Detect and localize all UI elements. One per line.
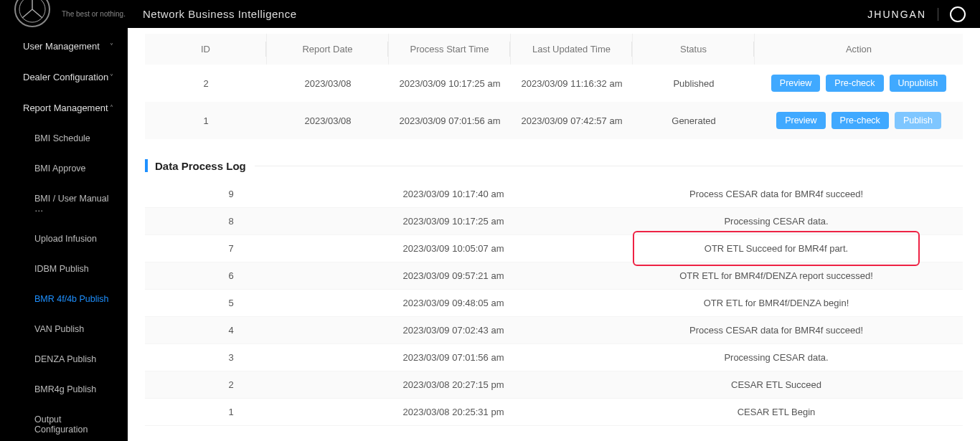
- chevron-down-icon: ˅: [110, 42, 113, 50]
- reports-table: IDReport DateProcess Start TimeLast Upda…: [145, 34, 963, 139]
- sidebar-subitem[interactable]: BMR 4f/4b Publish: [0, 284, 128, 314]
- cell-id: 1: [145, 102, 267, 139]
- log-row: 72023/03/09 10:05:07 amOTR ETL Succeed f…: [145, 235, 963, 262]
- log-time: 2023/03/09 07:02:43 am: [317, 317, 590, 343]
- chevron-down-icon: ˅: [110, 73, 113, 81]
- log-row: 22023/03/08 20:27:15 pmCESAR ETL Succeed: [145, 371, 963, 399]
- cell-date: 2023/03/08: [267, 65, 389, 102]
- unpublish-button[interactable]: Unpublish: [890, 75, 947, 92]
- log-time: 2023/03/09 09:57:21 am: [317, 262, 590, 289]
- log-message: CESAR ETL Succeed: [590, 371, 963, 398]
- sidebar-item-label: User Management: [23, 41, 100, 52]
- log-table: 92023/03/09 10:17:40 amProcess CESAR dat…: [145, 181, 963, 426]
- brand-logo: [14, 0, 50, 27]
- log-id: 8: [145, 208, 317, 234]
- table-column-header: Last Updated Time: [511, 34, 633, 65]
- cell-actions: PreviewPre-checkPublish: [755, 102, 963, 139]
- cell-start-time: 2023/03/09 10:17:25 am: [389, 65, 511, 102]
- sidebar-subitem[interactable]: BMR4g Publish: [0, 374, 128, 404]
- log-time: 2023/03/09 10:05:07 am: [317, 235, 590, 262]
- pre-check-button[interactable]: Pre-check: [826, 75, 883, 92]
- log-row: 52023/03/09 09:48:05 amOTR ETL for BMR4f…: [145, 290, 963, 317]
- user-avatar-icon[interactable]: [950, 6, 966, 22]
- log-id: 5: [145, 290, 317, 316]
- section-rule: [255, 166, 963, 166]
- log-row: 62023/03/09 09:57:21 amOTR ETL for BMR4f…: [145, 262, 963, 290]
- table-column-header: Report Date: [267, 34, 389, 65]
- sidebar: User Management˅Dealer Configuration˅Rep…: [0, 28, 128, 441]
- log-row: 82023/03/09 10:17:25 amProcessing CESAR …: [145, 208, 963, 235]
- cell-id: 2: [145, 65, 267, 102]
- log-section-header: Data Process Log: [145, 159, 963, 172]
- cell-date: 2023/03/08: [267, 102, 389, 139]
- log-message: CESAR ETL Begin: [590, 399, 963, 425]
- pre-check-button[interactable]: Pre-check: [831, 112, 889, 129]
- log-message: OTR ETL for BMR4f/DENZA report successed…: [590, 262, 963, 289]
- table-column-header: Status: [633, 34, 755, 65]
- highlight-box: [633, 231, 920, 266]
- cell-start-time: 2023/03/09 07:01:56 am: [389, 102, 511, 139]
- sidebar-item-label: Report Management: [23, 103, 108, 113]
- current-user: JHUNGAN: [867, 9, 926, 20]
- cell-actions: PreviewPre-checkUnpublish: [755, 65, 963, 102]
- log-id: 6: [145, 262, 317, 289]
- log-time: 2023/03/09 10:17:40 am: [317, 181, 590, 207]
- log-row: 32023/03/09 07:01:56 amProcessing CESAR …: [145, 344, 963, 371]
- sidebar-subitem[interactable]: Output Configuration: [0, 404, 128, 441]
- sidebar-subitem[interactable]: BMI Approve: [0, 153, 128, 184]
- log-id: 1: [145, 399, 317, 425]
- top-header: The best or nothing. Network Business In…: [0, 0, 980, 28]
- chevron-up-icon: ˄: [110, 104, 113, 112]
- sidebar-item-label: Dealer Configuration: [23, 72, 108, 82]
- sidebar-item[interactable]: Dealer Configuration˅: [0, 62, 128, 93]
- log-message: OTR ETL for BMR4f/DENZA begin!: [590, 290, 963, 316]
- sidebar-item[interactable]: User Management˅: [0, 31, 128, 62]
- log-time: 2023/03/09 10:17:25 am: [317, 208, 590, 234]
- log-id: 3: [145, 344, 317, 371]
- cell-updated-time: 2023/03/09 07:42:57 am: [511, 102, 633, 139]
- log-time: 2023/03/08 20:27:15 pm: [317, 371, 590, 398]
- main-content: IDReport DateProcess Start TimeLast Upda…: [128, 28, 980, 441]
- log-time: 2023/03/08 20:25:31 pm: [317, 399, 590, 425]
- section-accent-bar: [145, 159, 148, 172]
- table-column-header: Process Start Time: [389, 34, 511, 65]
- log-time: 2023/03/09 09:48:05 am: [317, 290, 590, 316]
- publish-button[interactable]: Publish: [895, 112, 941, 129]
- log-message: Processing CESAR data.: [590, 208, 963, 234]
- log-message: Processing CESAR data.: [590, 344, 963, 371]
- sidebar-subitem[interactable]: BMI Schedule: [0, 123, 128, 153]
- app-title: Network Business Intelligence: [143, 8, 297, 20]
- log-message: OTR ETL Succeed for BMR4f part.: [590, 235, 963, 262]
- log-row: 12023/03/08 20:25:31 pmCESAR ETL Begin: [145, 399, 963, 426]
- sidebar-item[interactable]: Report Management˄: [0, 93, 128, 123]
- log-message: Process CESAR data for BMR4f succeed!: [590, 181, 963, 207]
- log-time: 2023/03/09 07:01:56 am: [317, 344, 590, 371]
- divider: [938, 8, 938, 21]
- table-row: 12023/03/082023/03/09 07:01:56 am2023/03…: [145, 102, 963, 139]
- cell-status: Published: [633, 65, 755, 102]
- log-id: 2: [145, 371, 317, 398]
- preview-button[interactable]: Preview: [771, 75, 820, 92]
- log-row: 42023/03/09 07:02:43 amProcess CESAR dat…: [145, 317, 963, 344]
- preview-button[interactable]: Preview: [776, 112, 825, 129]
- cell-updated-time: 2023/03/09 11:16:32 am: [511, 65, 633, 102]
- sidebar-subitem[interactable]: BMI / User Manual …: [0, 184, 128, 224]
- log-id: 9: [145, 181, 317, 207]
- log-id: 7: [145, 235, 317, 262]
- table-column-header: Action: [755, 34, 963, 65]
- log-id: 4: [145, 317, 317, 343]
- tagline: The best or nothing.: [62, 10, 126, 18]
- sidebar-subitem[interactable]: IDBM Publish: [0, 254, 128, 284]
- sidebar-subitem[interactable]: VAN Publish: [0, 314, 128, 344]
- sidebar-subitem[interactable]: DENZA Publish: [0, 344, 128, 374]
- table-column-header: ID: [145, 34, 267, 65]
- table-row: 22023/03/082023/03/09 10:17:25 am2023/03…: [145, 65, 963, 102]
- log-row: 92023/03/09 10:17:40 amProcess CESAR dat…: [145, 181, 963, 208]
- log-message: Process CESAR data for BMR4f succeed!: [590, 317, 963, 343]
- section-title-text: Data Process Log: [155, 160, 246, 172]
- cell-status: Generated: [633, 102, 755, 139]
- sidebar-subitem[interactable]: Upload Infusion: [0, 224, 128, 254]
